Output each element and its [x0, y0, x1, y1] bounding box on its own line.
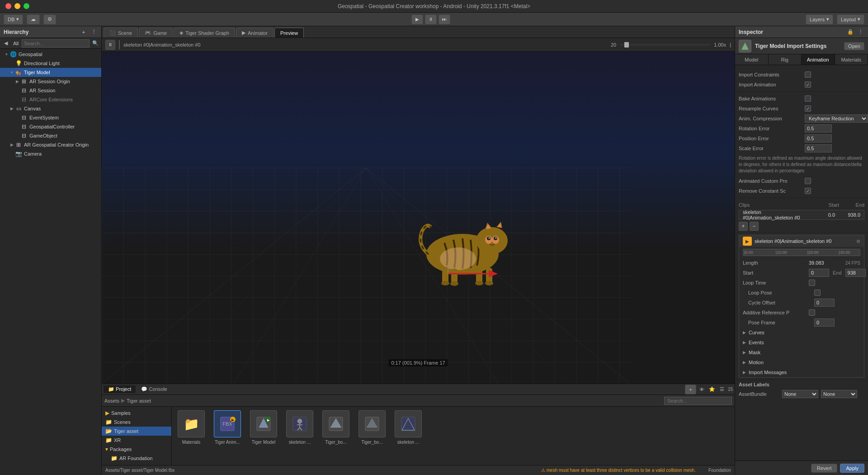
toolbar-button-2[interactable]: ⚙ [43, 14, 56, 24]
hierarchy-item-geospatial[interactable]: ▾ 🌐 Geospatial [0, 50, 101, 59]
anim-compression-dropdown[interactable]: Keyframe Reduction Optimal Off [805, 114, 868, 123]
breadcrumb-folder[interactable]: Tiger asset [127, 398, 151, 404]
tab-animation[interactable]: Animation [802, 54, 835, 65]
viewport[interactable]: 0:17 (001.9%) Frame 17 [102, 52, 735, 384]
folder-xr[interactable]: 📁 XR [102, 436, 171, 445]
tab-console[interactable]: 💬 Console [137, 385, 171, 393]
hierarchy-item-arcore-extensions[interactable]: ⊟ ARCore Extensions [0, 95, 101, 104]
asset-tiger-model[interactable]: ▶ Tiger Model [248, 410, 279, 445]
expand-curves[interactable]: ▶ Curves [739, 328, 864, 337]
hierarchy-back-button[interactable]: ◀ [2, 39, 10, 48]
clip-add-button[interactable]: + [739, 222, 748, 231]
loop-time-checkbox[interactable] [809, 280, 815, 286]
tab-materials[interactable]: Materials [835, 54, 868, 65]
tab-scene[interactable]: ⬛ Scene [104, 28, 138, 38]
hierarchy-item-ar-session-origin[interactable]: ▶ ⊞ AR Session Origin [0, 77, 101, 86]
end-input[interactable] [845, 269, 866, 277]
cycle-offset-input[interactable] [814, 299, 835, 307]
pose-frame-input[interactable] [814, 318, 835, 327]
hierarchy-item-camera[interactable]: 📷 Camera [0, 149, 101, 158]
maximize-button[interactable] [24, 3, 29, 9]
project-eye-button[interactable]: 👁 [698, 385, 706, 394]
project-star-button[interactable]: ⭐ [708, 385, 716, 394]
additive-ref-checkbox[interactable] [809, 309, 815, 316]
hierarchy-item-ar-geo-creator[interactable]: ▶ ⊞ AR Geospatial Creator Origin [0, 140, 101, 149]
loop-pose-checkbox[interactable] [814, 290, 821, 296]
folder-packages[interactable]: ▾ Packages [102, 445, 171, 454]
hierarchy-item-ar-session[interactable]: ⊟ AR Session [0, 86, 101, 95]
animated-custom-checkbox[interactable] [805, 178, 811, 184]
tab-animator[interactable]: ▶ Animator [236, 28, 274, 38]
pause-button[interactable]: ⏸ [425, 14, 437, 24]
project-search[interactable] [664, 397, 732, 405]
hierarchy-item-geospatial-controller[interactable]: ⊟ GeospatialController [0, 122, 101, 131]
start-input[interactable] [809, 269, 829, 277]
remove-constant-checkbox[interactable] [805, 188, 811, 194]
bake-animations-checkbox[interactable] [805, 95, 811, 102]
anim-pause-button[interactable]: ⏸ [105, 40, 115, 50]
hierarchy-search[interactable] [22, 39, 90, 48]
revert-button[interactable]: Revert [811, 464, 837, 473]
asset-tiger-bo2[interactable]: Tiger_bo... [356, 410, 388, 445]
position-error-input[interactable] [805, 134, 832, 142]
breadcrumb-root[interactable]: Assets [104, 398, 119, 404]
layout-label: Layout [841, 17, 856, 22]
hierarchy-item-game-object[interactable]: ⊟ GameObject [0, 131, 101, 140]
expand-mask[interactable]: ▶ Mask [739, 347, 864, 357]
db-dropdown[interactable]: DB ▾ [4, 14, 23, 24]
resample-curves-checkbox[interactable] [805, 105, 811, 112]
toolbar-button-1[interactable]: ☁ [27, 14, 40, 24]
timeline-bar[interactable] [620, 44, 710, 46]
inspector-menu-button[interactable]: ⋮ [856, 28, 864, 36]
tab-rig[interactable]: Rig [769, 54, 802, 65]
layers-dropdown[interactable]: Layers ▾ [806, 14, 833, 24]
tab-game[interactable]: 🎮 Game [139, 28, 173, 38]
clip-remove-button[interactable]: − [750, 222, 759, 231]
minimize-button[interactable] [14, 3, 20, 9]
hierarchy-item-canvas[interactable]: ▶ ▭ Canvas [0, 104, 101, 113]
project-add-button[interactable]: + [685, 385, 696, 394]
tab-preview[interactable]: Preview [274, 28, 304, 38]
hierarchy-search-icon[interactable]: 🔍 [91, 39, 99, 48]
settings-icon[interactable]: ⚙ [856, 239, 860, 244]
expand-events[interactable]: ▶ Events [739, 337, 864, 347]
step-button[interactable]: ⏭ [439, 14, 450, 24]
import-animation-checkbox[interactable] [805, 81, 811, 88]
hierarchy-add-button[interactable]: + [80, 28, 88, 36]
hierarchy-menu-button[interactable]: ⋮ [90, 28, 98, 36]
asset-tiger-anim[interactable]: FBX ▶ Tiger Anim... [212, 410, 243, 445]
apply-button[interactable]: Apply [840, 464, 864, 473]
asset-materials[interactable]: 📁 Materials [175, 410, 207, 445]
folder-ar-foundation[interactable]: 📁 AR Foundation [102, 454, 171, 463]
tab-project[interactable]: 📁 Project [104, 385, 136, 393]
hierarchy-all-label[interactable]: All [12, 39, 20, 48]
folder-samples[interactable]: ▶ Samples [102, 408, 171, 418]
clip-row[interactable]: skeleton #0|Animation_skeleton #0 0.0 93… [739, 210, 864, 220]
asset-skeleton-2[interactable]: skeleton ... [392, 410, 424, 445]
tab-model[interactable]: Model [735, 54, 769, 65]
inspector-lock-button[interactable]: 🔒 [846, 28, 854, 36]
import-constraints-checkbox[interactable] [805, 71, 811, 78]
expand-import-messages[interactable]: ▶ Import Messages [739, 367, 864, 377]
open-button[interactable]: Open [844, 42, 864, 50]
asset-tiger-bo1[interactable]: Tiger_bo... [320, 410, 352, 445]
asset-bundle-dropdown[interactable]: None [782, 390, 818, 398]
hierarchy-item-directional-light[interactable]: 💡 Directional Light [0, 59, 101, 68]
expand-motion[interactable]: ▶ Motion [739, 357, 864, 367]
project-filter-button[interactable]: ☰ [718, 385, 726, 394]
timeline-playhead[interactable] [624, 42, 629, 48]
scale-error-input[interactable] [805, 144, 832, 152]
hierarchy-item-event-system[interactable]: ⊟ EventSystem [0, 113, 101, 122]
window-controls[interactable] [5, 3, 29, 9]
anim-timeline-bar[interactable]: |0:00 |10:00 |20:00 |30:00 [743, 249, 860, 256]
layout-dropdown[interactable]: Layout ▾ [837, 14, 864, 24]
folder-scenes[interactable]: 📁 Scenes [102, 418, 171, 427]
play-button[interactable]: ▶ [411, 14, 423, 24]
close-button[interactable] [5, 3, 11, 9]
tab-tiger-shader[interactable]: ◈ Tiger Shader Graph [174, 28, 235, 38]
rotation-error-input[interactable] [805, 124, 832, 133]
folder-tiger-asset[interactable]: 📂 Tiger asset [102, 427, 171, 436]
asset-skeleton-1[interactable]: skeleton ... [284, 410, 316, 445]
asset-bundle-variant-dropdown[interactable]: None [821, 390, 857, 398]
hierarchy-item-tiger-model[interactable]: ▾ 🐅 Tiger Model [0, 68, 101, 77]
